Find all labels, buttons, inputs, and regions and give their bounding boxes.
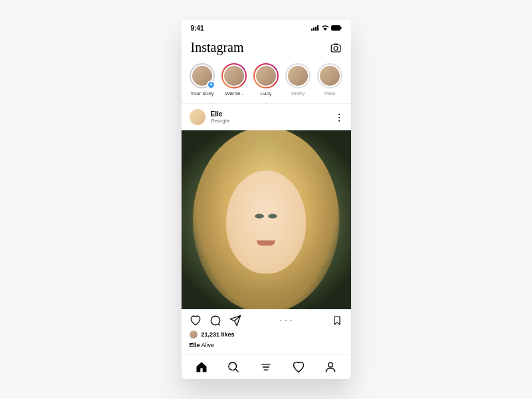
svg-point-7 (334, 46, 338, 50)
signal-icon (311, 25, 319, 31)
avatar (287, 65, 309, 87)
story-ring (317, 63, 342, 88)
post-header: Elle Georgia ⋯ (182, 104, 351, 130)
svg-rect-4 (331, 25, 340, 31)
story-item[interactable]: Mike (317, 63, 343, 96)
reels-tab-icon[interactable] (259, 360, 273, 374)
share-icon[interactable] (229, 315, 241, 327)
story-item[interactable]: Steffy (285, 63, 311, 96)
svg-line-9 (236, 369, 239, 372)
svg-rect-2 (315, 27, 317, 31)
stories-row[interactable]: +Your storyWarne..LucySteffyMike (182, 61, 351, 104)
avatar (190, 109, 205, 125)
like-icon[interactable] (190, 315, 201, 327)
svg-rect-3 (317, 25, 319, 31)
add-story-badge-icon: + (207, 80, 215, 89)
story-item[interactable]: Warne.. (221, 63, 247, 96)
status-time: 9:41 (191, 25, 204, 32)
status-icons (311, 25, 342, 31)
svg-rect-6 (331, 45, 340, 52)
instagram-logo: Instagram (191, 40, 244, 55)
avatar (255, 65, 277, 87)
liker-avatar (190, 331, 198, 338)
story-label: Mike (325, 90, 336, 96)
home-tab-icon[interactable] (195, 360, 208, 374)
likes-count: 21,231 likes (201, 331, 235, 338)
carousel-dots: • • • (280, 319, 293, 323)
story-ring (285, 63, 311, 88)
likes-row[interactable]: 21,231 likes (182, 329, 351, 340)
post-location: Georgia (211, 118, 229, 124)
search-tab-icon[interactable] (227, 360, 240, 374)
caption-username[interactable]: Elle (190, 342, 200, 348)
story-label: Steffy (291, 90, 305, 96)
svg-point-8 (229, 362, 237, 370)
camera-icon[interactable] (330, 42, 342, 54)
svg-rect-0 (311, 29, 313, 31)
svg-point-13 (329, 362, 333, 367)
story-item[interactable]: Lucy (253, 63, 279, 96)
story-item[interactable]: +Your story (190, 63, 215, 96)
bookmark-icon[interactable] (332, 315, 342, 327)
post-username: Elle (211, 110, 229, 118)
phone-frame: 9:41 Instagram +Your storyWarne..LucySte… (182, 20, 351, 379)
post-user[interactable]: Elle Georgia (190, 109, 229, 125)
comment-icon[interactable] (209, 315, 221, 327)
post-image[interactable] (182, 130, 351, 309)
story-ring: + (190, 63, 215, 88)
app-header: Instagram (182, 36, 351, 61)
story-ring (221, 63, 247, 88)
caption-text: Alive (201, 342, 215, 348)
profile-tab-icon[interactable] (324, 360, 337, 374)
svg-rect-5 (340, 27, 342, 29)
story-label: Lucy (261, 90, 272, 96)
activity-tab-icon[interactable] (292, 360, 305, 374)
story-ring (253, 63, 279, 88)
post-caption: Elle Alive (182, 340, 351, 354)
post-actions: • • • (182, 309, 351, 329)
wifi-icon (321, 25, 329, 31)
status-bar: 9:41 (182, 20, 351, 36)
svg-rect-1 (313, 28, 315, 31)
avatar (223, 65, 245, 87)
avatar (319, 65, 341, 87)
battery-icon (331, 25, 342, 31)
story-label: Warne.. (225, 90, 243, 96)
more-options-icon[interactable]: ⋯ (334, 113, 344, 121)
story-label: Your story (190, 90, 214, 96)
tab-bar (182, 354, 351, 379)
